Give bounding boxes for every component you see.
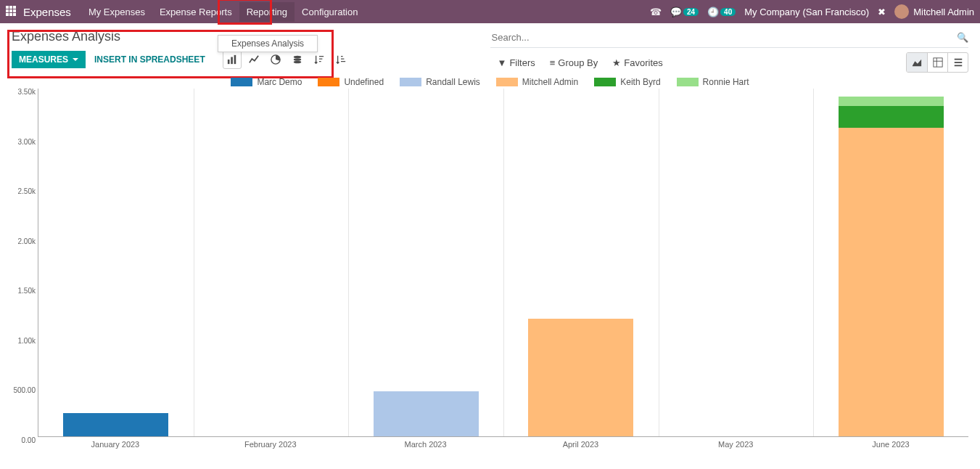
legend-label: Randall Lewis (426, 77, 480, 87)
legend-label: Keith Byrd (620, 77, 660, 87)
chart-container: Marc DemoUndefinedRandall LewisMitchell … (0, 73, 980, 456)
bar-segment[interactable] (839, 106, 944, 128)
x-tick-label: January 2023 (38, 437, 193, 449)
legend-swatch (318, 78, 339, 86)
nav-expense-reports[interactable]: Expense Reports (152, 2, 239, 22)
x-tick-label: May 2023 (658, 437, 813, 449)
sort-desc-icon[interactable] (310, 50, 329, 69)
legend-label: Mitchell Admin (522, 77, 578, 87)
search-input[interactable] (490, 29, 958, 46)
bar-segment[interactable] (374, 391, 479, 436)
filter-icon: ▼ (498, 57, 507, 68)
graph-view-button[interactable] (907, 53, 927, 72)
bar-segment[interactable] (63, 413, 168, 436)
filters-button[interactable]: ▼Filters (490, 54, 543, 71)
toolbar: MEASURES INSERT IN SPREADSHEET (12, 50, 490, 69)
reporting-dropdown-hint[interactable]: Expenses Analysis (218, 35, 318, 52)
stacked-icon[interactable] (288, 50, 307, 69)
y-tick-label: 2.50k (18, 187, 36, 195)
pivot-view-button[interactable] (927, 53, 947, 72)
legend-item[interactable]: Marc Demo (231, 77, 302, 87)
chart-plot-area: 0.00500.001.00k1.50k2.00k2.50k3.00k3.50k (38, 89, 968, 437)
y-tick-label: 1.50k (18, 287, 36, 295)
y-tick-label: 3.50k (18, 88, 36, 96)
x-tick-label: March 2023 (348, 437, 503, 449)
activities-icon[interactable]: 🕘40 (707, 7, 736, 17)
legend-item[interactable]: Mitchell Admin (496, 77, 578, 87)
svg-rect-2 (234, 55, 236, 64)
legend-swatch (496, 78, 518, 86)
avatar-icon (894, 4, 909, 19)
svg-point-6 (293, 61, 301, 64)
legend-item[interactable]: Ronnie Hart (677, 77, 749, 87)
apps-icon[interactable] (6, 6, 17, 17)
discuss-icon[interactable]: 💬24 (670, 7, 699, 17)
pie-chart-icon[interactable] (266, 50, 285, 69)
legend-swatch (677, 78, 699, 86)
legend-swatch (231, 78, 252, 86)
group-icon: ≡ (550, 57, 556, 68)
debug-icon[interactable]: ✖ (878, 7, 886, 17)
bar-segment[interactable] (839, 128, 944, 436)
app-title[interactable]: Expenses (23, 6, 71, 18)
svg-rect-0 (228, 60, 230, 64)
user-name: Mitchell Admin (913, 7, 974, 17)
x-tick-label: April 2023 (503, 437, 658, 449)
nav-my-expenses[interactable]: My Expenses (81, 2, 152, 22)
legend-label: Ronnie Hart (703, 77, 749, 87)
insert-spreadsheet-button[interactable]: INSERT IN SPREADSHEET (88, 51, 211, 68)
y-tick-label: 1.00k (18, 336, 36, 344)
measures-button[interactable]: MEASURES (12, 51, 86, 68)
legend-label: Undefined (344, 77, 384, 87)
legend-item[interactable]: Keith Byrd (594, 77, 660, 87)
top-nav: Expenses My ExpensesExpense ReportsRepor… (0, 0, 980, 23)
y-tick-label: 2.00k (18, 237, 36, 245)
x-tick-label: June 2023 (813, 437, 968, 449)
star-icon: ★ (612, 57, 621, 68)
y-tick-label: 3.00k (18, 137, 36, 145)
nav-reporting[interactable]: Reporting (239, 2, 295, 22)
y-tick-label: 500.00 (13, 386, 36, 394)
chart-legend: Marc DemoUndefinedRandall LewisMitchell … (12, 73, 968, 89)
sort-asc-icon[interactable] (332, 50, 350, 69)
y-tick-label: 0.00 (22, 436, 36, 444)
x-tick-label: February 2023 (193, 437, 348, 449)
favorites-button[interactable]: ★Favorites (605, 54, 670, 71)
svg-point-4 (293, 56, 301, 59)
control-panel: Expenses Analysis MEASURES INSERT IN SPR… (0, 23, 980, 73)
search-icon[interactable]: 🔍 (957, 32, 968, 43)
legend-item[interactable]: Undefined (318, 77, 384, 87)
legend-label: Marc Demo (257, 77, 302, 87)
view-switcher (906, 52, 968, 73)
bar-segment[interactable] (839, 97, 944, 105)
bar-segment[interactable] (528, 319, 633, 436)
list-view-button[interactable] (947, 53, 968, 72)
legend-item[interactable]: Randall Lewis (400, 77, 480, 87)
bar-chart-icon[interactable] (223, 50, 242, 69)
user-menu[interactable]: Mitchell Admin (894, 4, 974, 19)
groupby-button[interactable]: ≡Group By (543, 54, 606, 71)
legend-swatch (594, 78, 616, 86)
nav-configuration[interactable]: Configuration (295, 2, 365, 22)
company-selector[interactable]: My Company (San Francisco) (744, 7, 869, 17)
svg-rect-7 (933, 58, 942, 67)
legend-swatch (400, 78, 421, 86)
mail-icon[interactable]: ☎ (650, 7, 662, 17)
line-chart-icon[interactable] (244, 50, 263, 69)
svg-rect-1 (231, 57, 233, 65)
svg-point-5 (293, 58, 301, 61)
